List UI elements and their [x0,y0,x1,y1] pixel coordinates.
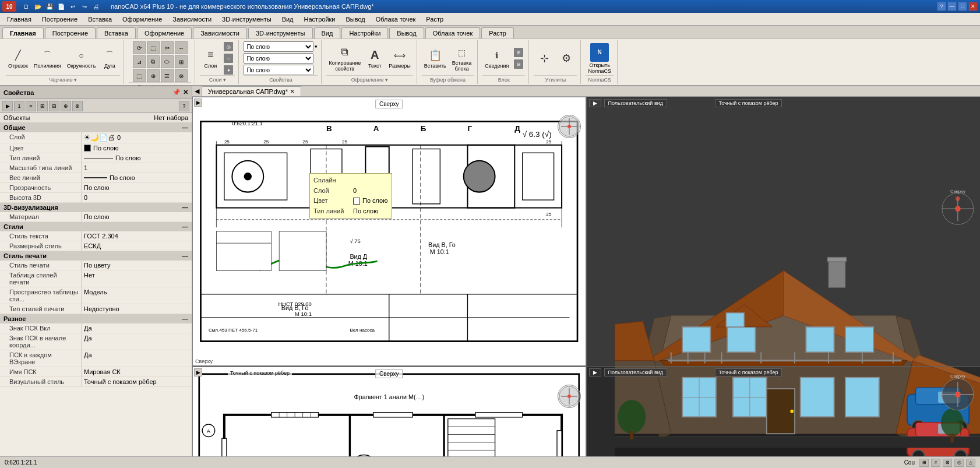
tab-rastr[interactable]: Растр [481,27,514,38]
tab-oblaka[interactable]: Облака точек [425,27,481,38]
prop-znak-nachalo-value[interactable]: Да [82,333,192,350]
layer-tool-2[interactable]: ○ [222,53,235,64]
menu-postroenie[interactable]: Построение [37,15,82,24]
menu-3d[interactable]: 3D-инструменты [217,15,276,24]
prop-masshtab-value[interactable]: 1 [82,163,192,173]
menu-vstavka[interactable]: Вставка [83,15,117,24]
maximize-btn[interactable]: □ [958,2,967,11]
menu-vyvod[interactable]: Вывод [341,15,369,24]
vstavit-btn[interactable]: 📋 Вставить [422,47,449,70]
edit-btn-6[interactable]: ⧉ [147,55,160,68]
prop-znak-vkl-value[interactable]: Да [82,323,192,333]
menu-oblaka[interactable]: Облака точек [371,15,421,24]
sloi-btn[interactable]: ≡ Слои [200,47,221,70]
drawing-nav-left[interactable]: ◀ [195,87,199,95]
viewport-3d[interactable]: ▶ Пользовательский вид Точный с показом … [587,97,981,456]
tab-glavnaya[interactable]: Главная [2,27,44,38]
save-btn[interactable]: 💾 [44,1,55,12]
drawing-tab-close[interactable]: ✕ [290,89,295,94]
prop-text-style-value[interactable]: ГОСТ 2.304 [82,231,192,241]
prop-cvet-value[interactable]: По слою [82,143,192,153]
edit-btn-7[interactable]: ⬭ [161,55,174,68]
ortho-toggle[interactable]: ⊠ [943,459,952,467]
edit-btn-5[interactable]: ⊿ [133,55,146,68]
menu-glavnaya[interactable]: Главная [2,15,36,24]
menu-oformlenie[interactable]: Оформление [118,15,167,24]
prop-prozrachnost-value[interactable]: По слою [82,183,192,192]
prop-tip-value[interactable]: По слою [82,153,192,163]
prop-tool-4[interactable]: ⊞ [37,101,48,111]
prop-tool-2[interactable]: 1 [14,101,24,111]
prop-ves-value[interactable]: По слою [82,173,192,182]
prop-dropdown-bylayer-1[interactable]: По слою [244,41,313,52]
okruzhnost-btn[interactable]: ○ Окружность [65,47,98,70]
prop-sloy-value[interactable]: ☀🌙📄🖨 0 [82,132,192,143]
edit-btn-1[interactable]: ⟳ [133,41,146,54]
layer-tool-3[interactable]: ● [222,65,235,75]
undo-btn[interactable]: ↩ [68,1,78,12]
edit-btn-8[interactable]: ⊞ [175,55,188,68]
prop-tool-help[interactable]: ? [179,101,189,111]
utility-btn-2[interactable]: ⚙ [556,50,577,67]
prop-print-type-value[interactable]: Недоступно [82,304,192,314]
vp-nav-arrow-tl[interactable]: ▶ [194,98,202,107]
tab-postroenie[interactable]: Построение [45,27,96,38]
tab-vid[interactable]: Вид [314,27,341,38]
svedeniya-btn[interactable]: ℹ Сведения [482,47,511,70]
prop-tool-3[interactable]: ≡ [26,101,36,111]
tab-nastroyki[interactable]: Настройки [341,27,388,38]
polar-toggle[interactable]: ◎ [954,459,964,467]
prop-imya-psk-value[interactable]: Мировая СК [82,367,192,376]
blok-tool-2[interactable]: ⊟ [512,59,525,69]
saveas-btn[interactable]: 📄 [56,1,66,12]
edit-btn-9[interactable]: ⬚ [133,69,146,82]
section-3d-viz[interactable]: 3D-визуализация — [0,203,192,212]
layer-tool-1[interactable]: ◎ [222,41,235,52]
close-btn[interactable]: ✕ [968,2,978,11]
pin-icon[interactable]: 📌 [172,89,181,96]
tab-zavisimosti[interactable]: Зависимости [193,27,247,38]
prop-tool-5[interactable]: ⊟ [49,101,59,111]
open-btn[interactable]: 📂 [33,1,43,12]
tab-vyvod[interactable]: Вывод [389,27,424,38]
help-btn[interactable]: ? [937,2,946,11]
prop-dropdown-bylayer-2[interactable]: По слою [244,53,313,64]
new-btn[interactable]: 🗋 [21,1,31,12]
menu-rastr[interactable]: Растр [421,15,448,24]
section-raznoe[interactable]: Разное — [0,314,192,323]
prop-tool-7[interactable]: ⊗ [72,101,83,111]
prop-print-style-value[interactable]: По цвету [82,261,192,270]
menu-vid[interactable]: Вид [277,15,298,24]
close-panel-btn[interactable]: ✕ [183,89,188,96]
edit-btn-10[interactable]: ⊕ [147,69,160,82]
section-obshchie[interactable]: Общие — [0,123,192,132]
snap-toggle[interactable]: ⊞ [919,459,929,467]
tab-vstavka[interactable]: Вставка [97,27,136,38]
otrezok-btn[interactable]: ╱ Отрезок [6,47,30,70]
edit-btn-12[interactable]: ⊗ [175,69,188,82]
edit-btn-11[interactable]: ☰ [161,69,174,82]
razmery-btn[interactable]: ⟺ Размеры [386,47,413,70]
prop-dim-style-value[interactable]: ЕСКД [82,241,192,251]
grid-toggle[interactable]: # [931,459,940,467]
tab-oformlenie[interactable]: Оформление [137,27,192,38]
prop-print-space-value[interactable]: Модель [82,287,192,304]
tab-3d[interactable]: 3D-инструменты [248,27,313,38]
copy-props-btn[interactable]: ⧉ Копированиесвойств [326,44,363,73]
section-print-style[interactable]: Стиль печати — [0,251,192,261]
print-btn[interactable]: 🖨 [91,1,101,12]
edit-btn-2[interactable]: ⬚ [147,41,160,54]
section-stili[interactable]: Стили — [0,222,192,231]
viewport-top-left[interactable]: ▶ Сверху Вид В, Го М 10:1 [192,97,586,366]
prop-tool-6[interactable]: ⊕ [61,101,71,111]
menu-nastroyki[interactable]: Настройки [299,15,340,24]
vstavka-bloka-btn[interactable]: ⬚ Вставкаблока [450,44,474,73]
blok-tool-1[interactable]: ⊞ [512,47,525,58]
osnap-toggle[interactable]: △ [966,459,975,467]
vp-nav-arrow-bl[interactable]: ▶ [194,368,202,376]
prop-vysota-value[interactable]: 0 [82,193,192,202]
duga-btn[interactable]: ⌒ Дуга [99,47,120,70]
edit-btn-3[interactable]: ✂ [161,41,174,54]
prop-tool-1[interactable]: ▶ [2,101,13,111]
utility-btn-1[interactable]: ⊹ [534,50,555,67]
